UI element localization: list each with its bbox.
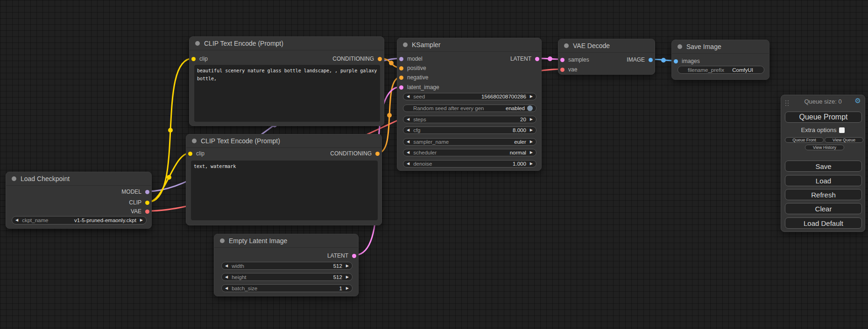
output-slot-image[interactable]: IMAGE xyxy=(627,56,653,64)
increment-arrow-icon[interactable]: ▶ xyxy=(346,275,349,279)
collapse-dot-icon[interactable] xyxy=(192,139,197,143)
link-midpoint-dot[interactable] xyxy=(389,61,394,65)
collapse-dot-icon[interactable] xyxy=(564,43,569,48)
output-slot-latent[interactable]: LATENT xyxy=(327,252,356,260)
link-midpoint-dot[interactable] xyxy=(167,175,171,180)
refresh-button[interactable]: Refresh xyxy=(785,189,862,200)
image-output-dot[interactable] xyxy=(649,58,653,62)
increment-arrow-icon[interactable]: ▶ xyxy=(140,218,143,222)
decrement-arrow-icon[interactable]: ◀ xyxy=(225,264,228,268)
widget-scheduler[interactable]: ◀ scheduler normal ▶ xyxy=(403,149,536,156)
increment-arrow-icon[interactable]: ▶ xyxy=(346,264,349,268)
decrement-arrow-icon[interactable]: ◀ xyxy=(407,162,409,166)
output-slot-clip[interactable]: CLIP xyxy=(129,198,149,207)
vae-output-dot[interactable] xyxy=(145,210,149,214)
latent-output-dot[interactable] xyxy=(352,254,356,258)
queue-prompt-button[interactable]: Queue Prompt xyxy=(785,112,862,123)
collapse-dot-icon[interactable] xyxy=(195,41,200,46)
output-slot-conditioning[interactable]: CONDITIONING xyxy=(330,149,380,158)
widget-cfg[interactable]: ◀ cfg 8.000 ▶ xyxy=(403,126,536,134)
comfyui-canvas[interactable]: { "icons": { "arrow_left": "◀", "arrow_r… xyxy=(0,0,868,329)
clip-output-dot[interactable] xyxy=(145,201,149,205)
decrement-arrow-icon[interactable]: ◀ xyxy=(407,128,409,132)
widget-filename-prefix[interactable]: filename_prefix ComfyUI xyxy=(677,66,764,74)
increment-arrow-icon[interactable]: ▶ xyxy=(530,162,533,166)
conditioning-output-dot[interactable] xyxy=(378,57,382,61)
view-history-button[interactable]: View History xyxy=(805,145,844,150)
widget-random-seed[interactable]: Random seed after every gen enabled xyxy=(403,105,536,112)
widget-denoise[interactable]: ◀ denoise 1.000 ▶ xyxy=(403,160,536,168)
input-slot-latent-image[interactable]: latent_image xyxy=(399,83,439,91)
node-title-bar[interactable]: CLIP Text Encode (Prompt) xyxy=(186,134,381,148)
decrement-arrow-icon[interactable]: ◀ xyxy=(407,118,409,121)
input-slot-clip[interactable]: clip xyxy=(191,55,208,63)
decrement-arrow-icon[interactable]: ◀ xyxy=(225,287,228,290)
output-slot-vae[interactable]: VAE xyxy=(131,207,149,216)
increment-arrow-icon[interactable]: ▶ xyxy=(530,151,533,154)
clip-input-dot[interactable] xyxy=(191,57,196,61)
increment-arrow-icon[interactable]: ▶ xyxy=(530,118,533,121)
queue-front-button[interactable]: Queue Front xyxy=(785,137,824,143)
collapse-dot-icon[interactable] xyxy=(12,176,16,181)
widget-steps[interactable]: ◀ steps 20 ▶ xyxy=(403,116,536,123)
negative-prompt-textarea[interactable]: text, watermark xyxy=(191,161,378,220)
node-title-bar[interactable]: VAE Decode xyxy=(558,39,655,53)
save-button[interactable]: Save xyxy=(785,161,862,172)
input-slot-negative[interactable]: negative xyxy=(399,73,428,82)
clear-button[interactable]: Clear xyxy=(785,203,862,214)
input-slot-images[interactable]: images xyxy=(674,57,700,65)
node-title-bar[interactable]: Load Checkpoint xyxy=(6,172,151,186)
node-title-bar[interactable]: KSampler xyxy=(397,38,541,52)
widget-sampler-name[interactable]: ◀ sampler_name euler ▶ xyxy=(403,138,536,146)
node-title-bar[interactable]: Empty Latent Image xyxy=(214,234,358,248)
negative-input-dot[interactable] xyxy=(399,76,403,80)
input-slot-clip[interactable]: clip xyxy=(188,149,205,158)
link-midpoint-dot[interactable] xyxy=(548,56,552,61)
link-midpoint-dot[interactable] xyxy=(168,128,173,133)
latent-output-dot[interactable] xyxy=(535,57,539,61)
input-slot-positive[interactable]: positive xyxy=(399,64,426,72)
input-slot-samples[interactable]: samples xyxy=(560,56,589,64)
positive-prompt-textarea[interactable]: beautiful scenery nature glass bottle la… xyxy=(194,65,380,122)
conditioning-output-dot[interactable] xyxy=(375,152,380,156)
images-input-dot[interactable] xyxy=(674,59,678,63)
increment-arrow-icon[interactable]: ▶ xyxy=(346,287,349,290)
input-slot-model[interactable]: model xyxy=(399,55,423,63)
widget-width[interactable]: ◀ width 512 ▶ xyxy=(221,262,353,270)
decrement-arrow-icon[interactable]: ◀ xyxy=(225,275,228,279)
random-seed-toggle[interactable] xyxy=(527,105,533,111)
settings-gear-icon[interactable]: ⚙ xyxy=(855,97,861,104)
widget-batch-size[interactable]: ◀ batch_size 1 ▶ xyxy=(221,284,353,292)
increment-arrow-icon[interactable]: ▶ xyxy=(530,140,533,144)
output-slot-latent[interactable]: LATENT xyxy=(510,55,539,63)
extra-options-checkbox[interactable] xyxy=(839,127,845,133)
increment-arrow-icon[interactable]: ▶ xyxy=(530,128,533,132)
output-slot-model[interactable]: MODEL xyxy=(121,188,149,196)
collapse-dot-icon[interactable] xyxy=(220,238,225,243)
samples-input-dot[interactable] xyxy=(560,58,565,62)
decrement-arrow-icon[interactable]: ◀ xyxy=(407,140,409,144)
view-queue-button[interactable]: View Queue xyxy=(825,137,863,143)
model-output-dot[interactable] xyxy=(145,190,149,194)
vae-input-dot[interactable] xyxy=(560,68,565,72)
decrement-arrow-icon[interactable]: ◀ xyxy=(407,95,409,98)
decrement-arrow-icon[interactable]: ◀ xyxy=(15,218,18,222)
link-midpoint-dot[interactable] xyxy=(661,58,666,63)
positive-input-dot[interactable] xyxy=(399,66,403,70)
input-slot-vae[interactable]: vae xyxy=(560,65,577,74)
load-button[interactable]: Load xyxy=(785,175,862,186)
increment-arrow-icon[interactable]: ▶ xyxy=(530,95,533,98)
widget-seed[interactable]: ◀ seed 156680208700286 ▶ xyxy=(403,93,536,100)
link-midpoint-dot[interactable] xyxy=(387,113,392,118)
model-input-dot[interactable] xyxy=(399,57,403,61)
output-slot-conditioning[interactable]: CONDITIONING xyxy=(332,55,382,63)
collapse-dot-icon[interactable] xyxy=(403,42,408,47)
latent-input-dot[interactable] xyxy=(399,85,403,90)
load-default-button[interactable]: Load Default xyxy=(785,217,862,229)
decrement-arrow-icon[interactable]: ◀ xyxy=(407,151,409,154)
node-title-bar[interactable]: CLIP Text Encode (Prompt) xyxy=(190,37,384,50)
widget-ckpt-name[interactable]: ◀ ckpt_name v1-5-pruned-emaonly.ckpt ▶ xyxy=(12,216,147,224)
collapse-dot-icon[interactable] xyxy=(677,44,682,49)
widget-height[interactable]: ◀ height 512 ▶ xyxy=(221,273,353,281)
clip-input-dot[interactable] xyxy=(188,152,192,156)
